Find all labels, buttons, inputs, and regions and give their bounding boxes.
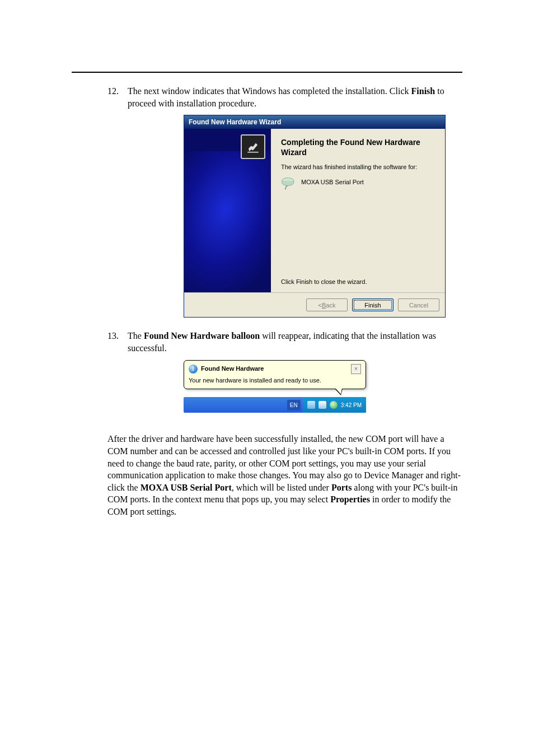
wizard-heading: Completing the Found New Hardware Wizard [281,138,435,157]
wizard-footer: < Back Finish Cancel [184,292,445,317]
info-icon: i [189,365,198,374]
taskbar: EN 3:42 PM [184,397,366,413]
tray-icon[interactable] [330,401,338,409]
serial-port-icon [281,176,297,192]
balloon-close-button[interactable]: × [351,364,361,374]
step-text: The next window indicates that Windows h… [128,86,411,96]
step-13: 13. The Found New Hardware balloon will … [72,330,462,413]
system-tray: 3:42 PM [303,397,366,413]
back-button: < Back [306,298,348,311]
device-name: MOXA USB Serial Port [301,176,364,186]
tray-figure: i Found New Hardware × Your new hardware… [184,360,366,413]
tray-icon[interactable] [318,401,326,409]
balloon-message: Your new hardware is installed and ready… [189,376,361,385]
wizard-line: The wizard has finished installing the s… [281,163,435,171]
body-paragraph: After the driver and hardware have been … [107,433,462,517]
step-12: 12. The next window indicates that Windo… [72,85,462,318]
finish-button[interactable]: Finish [352,298,394,311]
wizard-dialog: Found New Hardware Wizard Completing the… [184,115,446,318]
balloon-tooltip: i Found New Hardware × Your new hardware… [184,360,366,390]
balloon-title: Found New Hardware [201,365,348,373]
wizard-body: Completing the Found New Hardware Wizard… [184,129,445,292]
clock: 3:42 PM [341,402,362,409]
wizard-titlebar: Found New Hardware Wizard [184,115,445,129]
cancel-button: Cancel [398,298,439,311]
step-bold: Finish [411,86,435,96]
tray-icon[interactable] [307,401,315,409]
step-text: The [128,331,144,340]
wizard-sidebar-image [184,129,271,292]
step-number: 13. [107,330,119,342]
language-indicator[interactable]: EN [287,400,301,411]
wizard-close-note: Click Finish to close the wizard. [281,278,367,286]
device-icon [241,134,265,159]
section-rule [72,72,462,73]
step-bold: Found New Hardware balloon [144,331,260,340]
step-number: 12. [107,85,119,97]
